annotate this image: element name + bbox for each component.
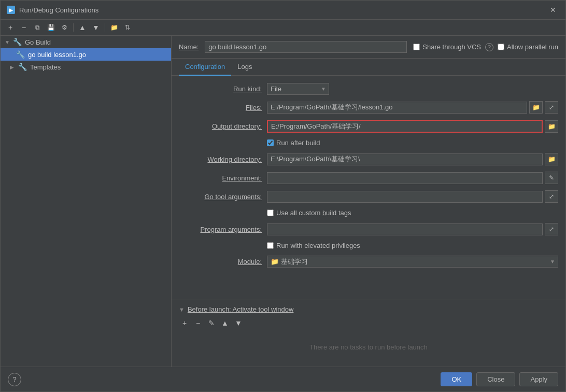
custom-build-tags-checkbox[interactable] <box>267 209 274 216</box>
share-vcs-checkbox[interactable] <box>413 44 420 50</box>
apply-button[interactable]: Apply <box>519 372 558 386</box>
title-bar: ▶ Run/Debug Configurations ✕ <box>1 1 565 20</box>
environment-edit-button[interactable]: ✎ <box>545 172 558 184</box>
copy-button[interactable]: ⧉ <box>32 22 43 33</box>
templates-arrow: ▶ <box>10 64 15 70</box>
go-tool-args-expand-button[interactable]: ⤢ <box>545 190 558 203</box>
tree-go-build-parent[interactable]: ▼ 🔧 Go Build <box>1 36 171 48</box>
before-launch-down-button[interactable]: ▼ <box>233 317 244 329</box>
files-row: Files: 📁 ⤢ <box>179 101 558 114</box>
module-select[interactable]: 📁 基础学习 <box>267 256 558 268</box>
files-expand-button[interactable]: ⤢ <box>545 101 558 114</box>
before-launch-toolbar: + − ✎ ▲ ▼ <box>179 317 558 329</box>
before-launch-header[interactable]: ▼ Before launch: Activate tool window <box>179 305 558 313</box>
before-launch-section: ▼ Before launch: Activate tool window + … <box>172 300 565 367</box>
output-dir-label: Output directory: <box>179 122 262 130</box>
before-launch-remove-button[interactable]: − <box>192 317 204 329</box>
elevated-privileges-row: Run with elevated privileges <box>267 242 558 249</box>
parallel-run-checkbox[interactable] <box>498 44 504 50</box>
share-vcs-wrapper: Share through VCS <box>413 43 481 51</box>
run-after-build-checkbox[interactable] <box>267 139 274 146</box>
module-label: Module: <box>179 258 262 265</box>
output-dir-browse-button[interactable]: 📁 <box>545 120 558 133</box>
go-build-icon: 🔧 <box>13 38 22 46</box>
tab-configuration[interactable]: Configuration <box>179 59 231 76</box>
program-args-row: Program arguments: ⤢ <box>179 223 558 235</box>
tree-lesson1-label: go build lesson1.go <box>28 51 86 59</box>
name-label: Name: <box>179 43 199 51</box>
settings-button[interactable]: ⚙ <box>59 22 70 33</box>
name-row: Name: Share through VCS ? Allow parallel… <box>172 36 565 59</box>
parallel-run-wrapper: Allow parallel run <box>498 43 558 51</box>
custom-build-tags-wrapper: Use all custom build tags <box>267 209 558 217</box>
run-kind-select[interactable]: File Package Directory <box>267 83 329 95</box>
files-control: 📁 ⤢ <box>267 101 558 114</box>
before-launch-up-button[interactable]: ▲ <box>219 317 231 329</box>
move-down-button[interactable]: ▼ <box>90 22 102 33</box>
files-browse-button[interactable]: 📁 <box>529 101 543 114</box>
working-dir-label: Working directory: <box>179 156 262 163</box>
go-file-icon: 🔧 <box>16 50 25 59</box>
custom-build-tags-row: Use all custom build tags <box>267 209 558 217</box>
files-input[interactable] <box>267 102 527 114</box>
tree-go-build-lesson1[interactable]: 🔧 go build lesson1.go <box>1 48 171 61</box>
separator2 <box>105 23 105 32</box>
working-dir-control: 📁 <box>267 153 558 165</box>
run-after-build-label: Run after build <box>276 139 320 147</box>
before-launch-edit-button[interactable]: ✎ <box>206 317 217 329</box>
parallel-run-label: Allow parallel run <box>507 43 558 51</box>
remove-button[interactable]: − <box>18 22 30 33</box>
run-kind-label: Run kind: <box>179 85 262 93</box>
dialog-title: Run/Debug Configurations <box>19 6 98 14</box>
before-launch-empty-message: There are no tasks to run before launch <box>179 333 558 361</box>
elevated-privileges-label: Run with elevated privileges <box>276 242 360 249</box>
environment-input[interactable] <box>267 172 543 184</box>
right-panel: Name: Share through VCS ? Allow parallel… <box>172 36 565 367</box>
run-after-build-wrapper: Run after build <box>267 139 558 147</box>
move-up-button[interactable]: ▲ <box>77 22 88 33</box>
program-args-control: ⤢ <box>267 223 558 235</box>
tree-templates[interactable]: ▶ 🔧 Templates <box>1 61 171 73</box>
custom-build-tags-label: Use all custom build tags <box>276 209 351 217</box>
working-dir-browse-button[interactable]: 📁 <box>545 153 558 165</box>
tab-logs[interactable]: Logs <box>231 59 258 76</box>
ok-button[interactable]: OK <box>441 372 472 386</box>
working-dir-row: Working directory: 📁 <box>179 153 558 165</box>
tree-expand-arrow: ▼ <box>5 39 10 45</box>
program-args-expand-button[interactable]: ⤢ <box>545 223 558 235</box>
program-args-input[interactable] <box>267 223 543 235</box>
folder-button[interactable]: 📁 <box>108 22 120 33</box>
program-args-label: Program arguments: <box>179 226 262 233</box>
close-dialog-button[interactable]: Close <box>476 372 515 386</box>
share-vcs-label: Share through VCS <box>422 43 481 51</box>
templates-label: Templates <box>30 63 61 71</box>
run-kind-control: File Package Directory ▼ <box>267 83 558 95</box>
before-launch-add-button[interactable]: + <box>179 317 190 329</box>
output-dir-control: 📁 <box>267 120 558 133</box>
go-tool-args-row: Go tool arguments: ⤢ <box>179 190 558 203</box>
sort-button[interactable]: ⇅ <box>122 22 133 33</box>
go-tool-args-control: ⤢ <box>267 190 558 203</box>
elevated-privileges-wrapper: Run with elevated privileges <box>267 242 558 249</box>
main-content: ▼ 🔧 Go Build 🔧 go build lesson1.go ▶ 🔧 T… <box>1 36 565 367</box>
before-launch-collapse-arrow: ▼ <box>179 306 185 313</box>
save-button[interactable]: 💾 <box>45 22 56 33</box>
templates-icon: 🔧 <box>18 63 27 71</box>
left-panel: ▼ 🔧 Go Build 🔧 go build lesson1.go ▶ 🔧 T… <box>1 36 172 367</box>
config-content: Run kind: File Package Directory ▼ <box>172 76 565 300</box>
name-input[interactable] <box>205 41 407 53</box>
environment-label: Environment: <box>179 174 262 182</box>
add-button[interactable]: + <box>5 22 16 33</box>
elevated-privileges-checkbox[interactable] <box>267 242 274 249</box>
run-kind-select-wrapper: File Package Directory ▼ <box>267 83 329 95</box>
output-dir-input[interactable] <box>267 120 543 133</box>
close-icon[interactable]: ✕ <box>547 5 559 15</box>
vcs-help-icon[interactable]: ? <box>485 43 493 51</box>
run-debug-dialog: ▶ Run/Debug Configurations ✕ + − ⧉ 💾 ⚙ ▲… <box>0 0 566 392</box>
output-dir-row: Output directory: 📁 <box>179 120 558 133</box>
separator <box>73 23 74 32</box>
help-button[interactable]: ? <box>8 373 21 386</box>
files-label: Files: <box>179 104 262 111</box>
go-tool-args-input[interactable] <box>267 191 543 203</box>
working-dir-input[interactable] <box>267 153 543 165</box>
